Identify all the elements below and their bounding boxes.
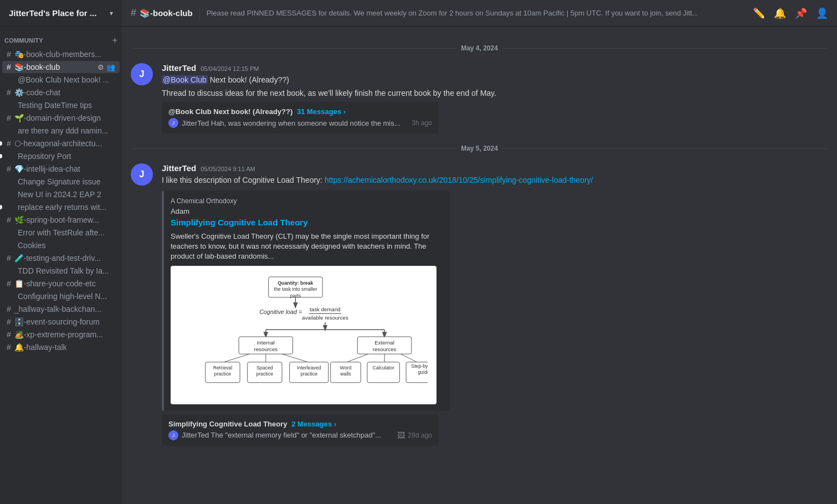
embed-msg2: A Chemical Orthodoxy Adam Simplifying Co…	[162, 191, 450, 411]
channel-icon-domain-driven: #	[7, 114, 11, 122]
sidebar-item-code-chat[interactable]: #⚙️-code-chat	[2, 86, 120, 99]
channel-name-event-sourcing: 🗄️-event-sourcing-forum	[14, 317, 115, 326]
channel-icon-event-sourcing: #	[7, 317, 11, 326]
message-author-msg2[interactable]: JitterTed	[162, 163, 196, 173]
sidebar-item-change-signature[interactable]: Change Signature issue	[2, 176, 120, 188]
sidebar-item-domain-driven[interactable]: #🌱-domain-driven-design	[2, 112, 120, 124]
svg-text:resources: resources	[254, 347, 278, 353]
thread-reply-count[interactable]: 2 Messages ›	[291, 420, 336, 428]
sidebar-item-testing-tdd[interactable]: #🧪-testing-and-test-driv...	[2, 252, 120, 264]
thread-reply-text: JitterTed The "external memory field" or…	[182, 431, 394, 439]
channel-name-domain-driven: 🌱-domain-driven-design	[14, 114, 115, 122]
date-line	[502, 148, 828, 149]
add-channel-icon[interactable]: +	[112, 35, 117, 45]
svg-text:Quantity: break: Quantity: break	[278, 280, 313, 286]
svg-line-19	[224, 354, 250, 363]
community-label: Community	[4, 37, 43, 44]
sidebar-item-hallway-talk-back[interactable]: #_hallway-talk-backchan...	[2, 303, 120, 315]
mention[interactable]: @Book Club	[162, 75, 208, 84]
sidebar-item-ddd-naming[interactable]: are there any ddd namin...	[2, 125, 120, 137]
sidebar-scroll: Community + #🎭-book-club-members...#📚-bo…	[0, 27, 122, 504]
channel-icon-book-club: #	[7, 63, 11, 71]
pin-icon[interactable]: 📌	[795, 7, 807, 19]
sidebar-item-hexagonal[interactable]: #⬡-hexagonal-architectu...	[2, 137, 120, 150]
message-group-msg2: J JitterTed 05/05/2024 9:11 AM I like th…	[122, 161, 837, 448]
channel-icon-code-chat: #	[7, 88, 11, 97]
sidebar-item-book-club-members[interactable]: #🎭-book-club-members...	[2, 48, 120, 60]
svg-text:available resources: available resources	[302, 315, 348, 321]
embed-site: A Chemical Orthodoxy	[171, 197, 443, 205]
sidebar-item-configuring-high[interactable]: Configuring high-level N...	[2, 290, 120, 302]
channel-name-code-chat: ⚙️-code-chat	[14, 88, 115, 97]
sidebar-item-testing-datetime[interactable]: Testing DateTime tips	[2, 99, 120, 111]
member-list-icon[interactable]: 👤	[816, 7, 828, 19]
channel-icon-spring-boot: #	[7, 215, 11, 224]
community-section-header: Community +	[0, 27, 122, 48]
main-content: # 📚-book-club Please read PINNED MESSAGE…	[122, 0, 837, 504]
sidebar-item-tdd-revisited[interactable]: TDD Revisited Talk by Ia...	[2, 265, 120, 277]
svg-text:Spaced: Spaced	[256, 366, 273, 371]
thread-reply-avatar: J	[168, 430, 178, 440]
sidebar-item-hallway-talk[interactable]: #🔔-hallway-talk	[2, 341, 120, 353]
date-line	[502, 48, 828, 49]
topbar-channel-info: # 📚-book-club	[131, 7, 193, 19]
channel-name-xp-extreme: 🏕️-xp-extreme-program...	[14, 330, 115, 339]
message-link-msg2[interactable]: https://achemicalorthodoxy.co.uk/2018/10…	[325, 176, 593, 184]
sidebar-item-book-club-next[interactable]: @Book Club Next book! ...	[2, 74, 120, 86]
svg-text:walls: walls	[340, 371, 351, 377]
sidebar-item-replace-early[interactable]: replace early returns wit...	[2, 201, 120, 213]
embed-title[interactable]: Simplifying Cognitive Load Theory	[171, 218, 443, 227]
channel-name-hallway-talk: 🔔-hallway-talk	[14, 343, 115, 352]
svg-text:resources: resources	[373, 347, 397, 353]
sidebar-item-repository-port[interactable]: Repository Port	[2, 150, 120, 162]
thread-reply-time: 3h ago	[412, 119, 432, 127]
notification-icon[interactable]: 🔔	[774, 7, 786, 19]
svg-text:practice: practice	[214, 371, 232, 377]
thread-reply-avatar: J	[168, 118, 178, 128]
message-content-msg1: JitterTed 05/04/2024 12:15 PM @Book Club…	[162, 63, 828, 133]
channel-icon-testing-tdd: #	[7, 254, 11, 263]
channel-name-configuring-high: Configuring high-level N...	[18, 292, 115, 301]
message-group-msg1: J JitterTed 05/04/2024 12:15 PM @Book Cl…	[122, 61, 837, 136]
server-header[interactable]: JitterTed's Place for ... ▾	[0, 0, 122, 27]
channel-name-tdd-revisited: TDD Revisited Talk by Ia...	[18, 266, 115, 275]
sidebar-item-new-ui[interactable]: New UI in 2024.2 EAP 2	[2, 188, 120, 200]
svg-line-24	[400, 354, 417, 363]
date-divider-1: May 5, 2024	[122, 136, 837, 161]
svg-text:Step-by-step: Step-by-step	[411, 364, 428, 369]
date-line	[131, 148, 456, 149]
settings-icon[interactable]: ⚙	[97, 63, 104, 71]
thread-reply-msg2[interactable]: Simplifying Cognitive Load Theory 2 Mess…	[162, 414, 439, 446]
avatar-msg1: J	[131, 63, 153, 85]
sidebar-item-intellij-idea[interactable]: #💎-intellij-idea-chat	[2, 163, 120, 175]
sidebar-item-testrule[interactable]: Error with TestRule afte...	[2, 227, 120, 239]
sidebar-item-event-sourcing[interactable]: #🗄️-event-sourcing-forum	[2, 316, 120, 328]
sidebar-item-book-club[interactable]: #📚-book-club⚙👥	[2, 61, 120, 73]
channel-name-testing-datetime: Testing DateTime tips	[18, 101, 115, 110]
message-header-msg1: JitterTed 05/04/2024 12:15 PM	[162, 63, 828, 73]
unread-indicator	[0, 205, 2, 209]
thread-reply-msg1[interactable]: @Book Club Next book! (Already??) 31 Mes…	[162, 102, 439, 133]
messages-area: May 4, 2024 J JitterTed 05/04/2024 12:15…	[122, 27, 837, 504]
thread-reply-count[interactable]: 31 Messages ›	[297, 107, 346, 116]
thread-reply-time: 28d ago	[408, 431, 432, 439]
sidebar-item-xp-extreme[interactable]: #🏕️-xp-extreme-program...	[2, 328, 120, 341]
sidebar-item-spring-boot[interactable]: #🌿-spring-boot-framew...	[2, 214, 120, 226]
date-line	[131, 48, 456, 49]
svg-line-22	[347, 354, 368, 363]
sidebar: JitterTed's Place for ... ▾ Community + …	[0, 0, 122, 504]
date-divider-0: May 4, 2024	[122, 35, 837, 61]
channel-name-new-ui: New UI in 2024.2 EAP 2	[18, 190, 115, 199]
message-timestamp-msg1: 05/04/2024 12:15 PM	[201, 65, 259, 72]
date-label: May 5, 2024	[461, 145, 498, 152]
members-icon[interactable]: 👥	[106, 63, 115, 71]
sidebar-item-cookies[interactable]: Cookies	[2, 239, 120, 251]
message-text-msg2: I like this description of Cognitive Loa…	[162, 175, 828, 186]
message-author-msg1[interactable]: JitterTed	[162, 63, 196, 73]
svg-text:Calculator: Calculator	[372, 366, 394, 371]
sidebar-item-share-code[interactable]: #📋-share-your-code-etc	[2, 277, 120, 290]
channel-name-hallway-talk-back: _hallway-talk-backchan...	[14, 305, 115, 313]
topbar-channel-name: 📚-book-club	[140, 8, 193, 18]
message-text-msg1: @Book Club Next book! (Already??)	[162, 75, 828, 86]
edit-icon[interactable]: ✏️	[753, 7, 765, 19]
